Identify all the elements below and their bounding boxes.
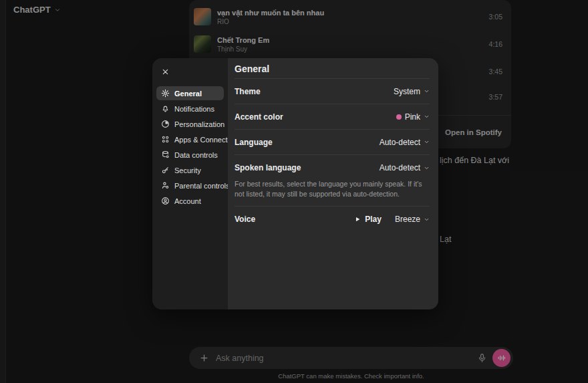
gear-icon	[161, 89, 170, 98]
database-icon	[161, 150, 170, 159]
voice-select[interactable]: Breeze	[395, 215, 430, 224]
accent-color-label: Accent color	[235, 112, 283, 122]
sidebar-item-label: Parental controls	[174, 182, 230, 190]
account-icon	[161, 197, 170, 205]
apps-grid-icon	[161, 135, 170, 144]
close-icon	[162, 68, 169, 76]
sidebar-item-notifications[interactable]: Notifications	[156, 102, 224, 116]
chevron-down-icon	[424, 88, 430, 94]
sidebar-item-parental-controls[interactable]: Parental controls	[156, 178, 224, 193]
language-row: Language Auto-detect	[235, 130, 430, 155]
key-icon	[161, 166, 170, 174]
settings-nav-sidebar: General Notifications Personalization	[152, 58, 228, 309]
theme-select[interactable]: System	[394, 87, 430, 96]
voice-label: Voice	[235, 215, 255, 224]
personalization-icon	[161, 120, 170, 128]
accent-color-row: Accent color Pink	[235, 104, 430, 130]
spoken-language-select[interactable]: Auto-detect	[380, 163, 430, 172]
chatgpt-screen: ChatGPT vạn vật như muốn ta bên nhau RIO…	[0, 0, 588, 383]
sidebar-item-account[interactable]: Account	[156, 194, 224, 208]
accent-swatch	[396, 114, 402, 120]
sidebar-item-data-controls[interactable]: Data controls	[156, 148, 224, 162]
spoken-language-row: Spoken language Auto-detect For best res…	[235, 155, 430, 207]
sidebar-item-apps-connectors[interactable]: Apps & Connectors	[156, 132, 224, 146]
sidebar-item-label: Personalization	[174, 120, 225, 128]
settings-modal: General Notifications Personalization	[152, 58, 438, 309]
voice-play-button[interactable]: Play	[354, 215, 382, 224]
bell-icon	[161, 104, 170, 113]
spoken-language-helper: For best results, select the language yo…	[235, 179, 430, 199]
sidebar-item-label: Account	[174, 197, 201, 205]
spoken-language-label: Spoken language	[235, 163, 301, 172]
chevron-down-icon	[424, 165, 430, 171]
sidebar-item-label: General	[174, 90, 202, 98]
voice-row: Voice Play Breeze	[235, 207, 430, 232]
settings-panel: General Theme System Accent color Pink	[228, 58, 438, 309]
sidebar-item-label: Data controls	[174, 151, 218, 159]
play-icon	[354, 216, 361, 223]
language-select[interactable]: Auto-detect	[380, 138, 430, 147]
theme-label: Theme	[235, 87, 261, 96]
language-label: Language	[235, 138, 273, 147]
chevron-down-icon	[424, 217, 430, 223]
settings-nav: General Notifications Personalization	[156, 86, 224, 208]
sidebar-item-label: Notifications	[174, 105, 214, 113]
sidebar-item-security[interactable]: Security	[156, 163, 224, 177]
sidebar-item-label: Security	[174, 166, 201, 174]
close-button[interactable]	[158, 65, 172, 78]
person-group-icon	[161, 181, 170, 190]
theme-row: Theme System	[235, 79, 430, 104]
sidebar-item-general[interactable]: General	[156, 86, 224, 100]
accent-color-select[interactable]: Pink	[396, 112, 430, 122]
panel-title: General	[235, 58, 430, 79]
sidebar-item-personalization[interactable]: Personalization	[156, 117, 224, 131]
chevron-down-icon	[424, 139, 430, 145]
chevron-down-icon	[424, 114, 430, 120]
